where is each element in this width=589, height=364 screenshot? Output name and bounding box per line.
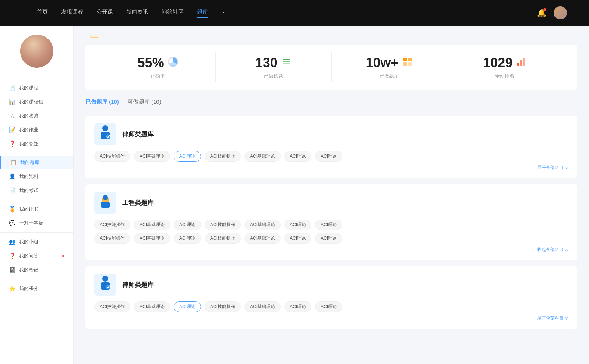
sidebar-label-10: 我的小组 [19, 239, 64, 245]
stat-top: 55% [138, 55, 178, 71]
tag-1-0[interactable]: ACI技能操作 [94, 220, 130, 230]
sidebar-item-9[interactable]: 💬一对一答疑 [0, 216, 73, 230]
bank-section-0: 律师类题库 ACI技能操作ACI基础理论ACI理论ACI技能操作ACI基础理论A… [85, 116, 577, 178]
tag-1-4[interactable]: ACI基础理论 [244, 233, 281, 244]
sidebar-icon-3: 📝 [9, 126, 15, 133]
tag-1-5[interactable]: ACI理论 [284, 220, 311, 230]
sidebar-item-13[interactable]: ⭐我的积分 [0, 282, 73, 296]
sidebar-item-8[interactable]: 🏅我的证书 [0, 202, 73, 216]
avatar-image [554, 6, 567, 19]
tag-1-1[interactable]: ACI基础理论 [134, 233, 170, 244]
tag-2-1[interactable]: ACI基础理论 [134, 301, 170, 312]
sidebar-icon-12: 📓 [9, 267, 15, 273]
sidebar-label-7: 我的考试 [19, 187, 64, 194]
bank-icon-wrap-1 [94, 192, 116, 214]
tag-1-6[interactable]: ACI理论 [315, 220, 342, 230]
sidebar-item-1[interactable]: 📊我的课程包... [0, 95, 73, 109]
bank-icon-lawyer [98, 275, 113, 294]
sidebar-label-3: 我的作业 [19, 126, 64, 133]
tag-1-2[interactable]: ACI理论 [174, 220, 201, 230]
svg-rect-4 [403, 58, 407, 61]
bank-section-2: 律师类题库 ACI技能操作ACI基础理论ACI理论ACI技能操作ACI基础理论A… [85, 266, 577, 329]
stat-label: 已做题库 [380, 73, 399, 79]
sidebar-item-0[interactable]: 📄我的课程 [0, 81, 73, 95]
nav-item-发现课程[interactable]: 发现课程 [61, 8, 83, 18]
tags-row-1-0: ACI技能操作ACI基础理论ACI理论ACI技能操作ACI基础理论ACI理论AC… [94, 220, 568, 230]
svg-point-16 [103, 195, 108, 200]
stat-已做试题: 130 已做试题 [216, 52, 331, 82]
tag-0-5[interactable]: ACI理论 [284, 151, 311, 162]
sidebar-icon-4: ❓ [9, 140, 15, 147]
sidebar-item-3[interactable]: 📝我的作业 [0, 123, 73, 137]
sidebar-item-10[interactable]: 👥我的小组 [0, 235, 73, 249]
stat-label: 全站排名 [495, 73, 514, 79]
bank-icon-engineer [98, 193, 113, 212]
tag-1-2[interactable]: ACI理论 [174, 233, 201, 244]
sidebar-label-4: 我的答疑 [19, 140, 64, 147]
tag-0-0[interactable]: ACI技能操作 [94, 151, 130, 162]
tag-1-5[interactable]: ACI理论 [284, 233, 311, 244]
sidebar-icon-5: 📋 [10, 159, 17, 166]
sidebar-item-5[interactable]: 📋我的题库 [0, 156, 73, 169]
tag-1-4[interactable]: ACI基础理论 [244, 220, 281, 230]
tag-2-6[interactable]: ACI理论 [315, 301, 342, 312]
tab-已做题库 (10)[interactable]: 已做题库 (10) [85, 99, 119, 108]
stat-top: 10w+ [366, 55, 413, 71]
tag-2-0[interactable]: ACI技能操作 [94, 301, 130, 312]
nav-item-公开课[interactable]: 公开课 [96, 8, 113, 18]
nav-item-新闻资讯[interactable]: 新闻资讯 [126, 8, 148, 18]
sidebar-item-12[interactable]: 📓我的笔记 [0, 263, 73, 277]
stat-value: 55% [138, 55, 164, 71]
tag-1-3[interactable]: ACI技能操作 [205, 233, 241, 244]
sidebar-item-2[interactable]: ☆我的收藏 [0, 109, 73, 123]
trial-badge [90, 35, 99, 38]
tag-2-3[interactable]: ACI技能操作 [205, 301, 241, 312]
stat-icon-pie [168, 57, 178, 69]
bank-sections: 律师类题库 ACI技能操作ACI基础理论ACI理论ACI技能操作ACI基础理论A… [85, 116, 577, 329]
stat-top: 1029 [483, 55, 526, 71]
nav-item-首页[interactable]: 首页 [37, 8, 48, 18]
sidebar-label-9: 一对一答疑 [19, 220, 64, 226]
stat-icon-list [281, 57, 292, 69]
tag-0-2[interactable]: ACI理论 [174, 151, 201, 162]
stat-value: 130 [255, 55, 278, 71]
section-expand-0[interactable]: 展开全部科目 ∨ [94, 165, 568, 171]
tag-2-5[interactable]: ACI理论 [284, 301, 311, 312]
sidebar-item-6[interactable]: 👤我的资料 [0, 169, 73, 183]
sidebar-label-11: 我的问答 [19, 253, 58, 259]
tag-1-6[interactable]: ACI理论 [315, 233, 342, 244]
svg-rect-3 [283, 63, 290, 64]
notification-bell[interactable]: 🔔 [537, 8, 546, 17]
svg-point-11 [102, 125, 108, 131]
notification-dot [543, 8, 546, 11]
svg-rect-8 [517, 63, 519, 66]
tag-1-3[interactable]: ACI技能操作 [205, 220, 241, 230]
tag-0-3[interactable]: ACI技能操作 [205, 151, 241, 162]
sidebar-icon-7: 📄 [9, 187, 15, 194]
tag-2-2[interactable]: ACI理论 [174, 301, 201, 312]
sidebar-item-4[interactable]: ❓我的答疑 [0, 137, 73, 151]
tag-1-0[interactable]: ACI技能操作 [94, 233, 130, 244]
page-header [85, 35, 577, 38]
section-expand-2[interactable]: 展开全部科目 ∨ [94, 315, 568, 321]
sidebar-label-8: 我的证书 [19, 206, 64, 213]
nav-item-题库[interactable]: 题库 [197, 8, 208, 18]
nav-item-问答社区[interactable]: 问答社区 [162, 8, 184, 18]
sidebar-item-7[interactable]: 📄我的考试 [0, 183, 73, 197]
tab-可做题库 (10)[interactable]: 可做题库 (10) [128, 99, 161, 108]
tag-2-4[interactable]: ACI基础理论 [244, 301, 281, 312]
stat-value: 1029 [483, 55, 512, 71]
tags-row-1-1: ACI技能操作ACI基础理论ACI理论ACI技能操作ACI基础理论ACI理论AC… [94, 233, 568, 244]
stat-top: 130 [255, 55, 292, 71]
sidebar-item-11[interactable]: ❓我的问答 [0, 249, 73, 263]
tag-0-6[interactable]: ACI理论 [315, 151, 342, 162]
tag-0-4[interactable]: ACI基础理论 [244, 151, 281, 162]
tag-0-1[interactable]: ACI基础理论 [134, 151, 170, 162]
user-avatar[interactable] [554, 6, 567, 19]
stat-label: 已做试题 [264, 73, 283, 79]
tag-1-1[interactable]: ACI基础理论 [134, 220, 170, 230]
section-expand-1[interactable]: 收起全部科目 ∧ [94, 247, 568, 253]
bank-icon-lawyer [98, 125, 113, 144]
nav-item-···[interactable]: ··· [221, 8, 226, 18]
svg-point-18 [102, 276, 108, 282]
